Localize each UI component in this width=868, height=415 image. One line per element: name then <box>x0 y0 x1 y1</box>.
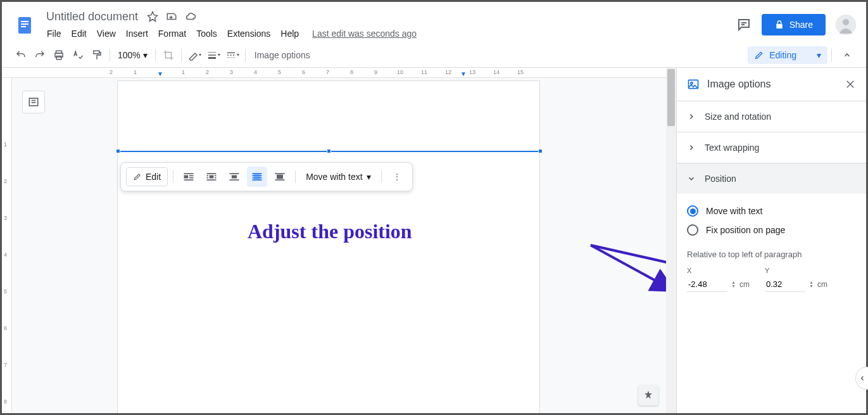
y-input[interactable] <box>765 277 805 292</box>
menu-format[interactable]: Format <box>154 26 191 41</box>
chevron-right-icon <box>687 143 696 152</box>
vertical-scrollbar[interactable] <box>666 68 676 413</box>
position-section[interactable]: Position <box>677 163 866 194</box>
inline-wrap-button[interactable] <box>179 167 199 187</box>
undo-button[interactable] <box>12 46 30 64</box>
resize-handle[interactable] <box>538 149 543 153</box>
resize-handle[interactable] <box>116 149 120 153</box>
svg-rect-29 <box>215 177 217 179</box>
cloud-icon[interactable] <box>185 11 196 22</box>
svg-rect-0 <box>18 17 31 34</box>
wrap-text-button[interactable] <box>201 167 222 187</box>
image-options-label[interactable]: Image options <box>249 50 315 60</box>
edit-image-button[interactable]: Edit <box>126 167 168 186</box>
print-button[interactable] <box>50 46 68 64</box>
menu-insert[interactable]: Insert <box>122 26 153 41</box>
svg-point-45 <box>691 82 693 84</box>
menu-view[interactable]: View <box>92 26 120 41</box>
svg-rect-22 <box>189 177 194 179</box>
position-option-dropdown[interactable]: Move with text ▾ <box>301 168 375 186</box>
document-title[interactable]: Untitled document <box>42 9 142 25</box>
toolbar: 100% ▾ ▾ ▾ ▾ Image options Editing ▾ <box>2 42 866 68</box>
indent-marker-icon[interactable]: ▼ <box>157 70 163 77</box>
crop-button[interactable] <box>160 46 177 64</box>
border-dash-button[interactable]: ▾ <box>223 46 241 64</box>
break-text-button[interactable] <box>224 167 244 187</box>
chevron-right-icon <box>687 112 696 121</box>
ruler-tick: 14 <box>493 69 500 75</box>
size-rotation-section[interactable]: Size and rotation <box>677 101 866 132</box>
move-with-text-label: Move with text <box>306 172 362 182</box>
account-avatar[interactable] <box>836 15 856 35</box>
paint-format-button[interactable] <box>88 46 106 64</box>
edit-label: Edit <box>146 172 161 182</box>
chevron-down-icon <box>687 174 696 183</box>
caret-down-icon: ▾ <box>367 172 371 182</box>
document-canvas[interactable]: 2 1 1 2 3 4 5 6 7 8 9 10 11 12 13 14 15 … <box>2 68 676 413</box>
close-icon[interactable] <box>845 79 856 90</box>
ruler-tick: 7 <box>326 69 329 75</box>
move-with-text-radio[interactable]: Move with text <box>687 201 856 220</box>
last-edit-link[interactable]: Last edit was seconds ago <box>312 29 417 39</box>
document-page[interactable]: Edit Move with text ▾ ⋮ <box>117 80 540 413</box>
border-weight-button[interactable]: ▾ <box>204 46 222 64</box>
x-stepper[interactable]: ▲▼ <box>731 281 736 288</box>
ruler-tick: 3 <box>4 215 7 221</box>
spellcheck-button[interactable] <box>69 46 87 64</box>
collapse-toolbar-button[interactable] <box>838 46 856 64</box>
fix-position-radio[interactable]: Fix position on page <box>687 220 856 239</box>
svg-rect-31 <box>230 173 239 174</box>
svg-line-43 <box>591 245 676 282</box>
ruler-tick: 4 <box>254 69 257 75</box>
radio-label: Fix position on page <box>706 225 785 235</box>
svg-rect-25 <box>210 176 214 179</box>
svg-rect-38 <box>253 179 262 181</box>
border-color-button[interactable]: ▾ <box>186 46 203 64</box>
editing-mode-dropdown[interactable]: Editing ▾ <box>748 46 827 64</box>
comments-icon[interactable] <box>736 17 752 32</box>
document-outline-button[interactable] <box>22 91 45 113</box>
caret-down-icon: ▾ <box>143 50 148 60</box>
x-input[interactable] <box>687 277 727 292</box>
zoom-dropdown[interactable]: 100% ▾ <box>114 48 151 63</box>
share-button[interactable]: Share <box>762 14 826 35</box>
front-text-button[interactable] <box>270 167 290 187</box>
menu-extensions[interactable]: Extensions <box>223 26 275 41</box>
star-icon[interactable] <box>147 11 158 22</box>
explore-button[interactable] <box>638 385 658 405</box>
behind-text-button[interactable] <box>247 167 267 187</box>
svg-rect-34 <box>253 173 262 174</box>
more-options-button[interactable]: ⋮ <box>387 167 407 187</box>
menu-help[interactable]: Help <box>276 26 303 41</box>
move-icon[interactable] <box>166 11 177 22</box>
app-header: Untitled document File Edit View Insert … <box>2 2 866 42</box>
svg-rect-36 <box>254 174 260 179</box>
editing-mode-label: Editing <box>769 50 796 60</box>
ruler-tick: 2 <box>110 69 113 75</box>
y-stepper[interactable]: ▲▼ <box>809 281 814 288</box>
horizontal-ruler[interactable]: 2 1 1 2 3 4 5 6 7 8 9 10 11 12 13 14 15 … <box>2 68 666 78</box>
image-selection[interactable] <box>118 151 541 152</box>
ruler-tick: 1 <box>4 141 7 148</box>
section-label: Position <box>705 174 736 184</box>
svg-rect-26 <box>207 176 209 177</box>
ruler-tick: 7 <box>4 362 7 368</box>
resize-handle[interactable] <box>327 149 331 153</box>
ruler-tick: 8 <box>350 69 353 75</box>
menu-edit[interactable]: Edit <box>67 26 91 41</box>
ruler-tick: 4 <box>4 252 7 258</box>
indent-marker-icon[interactable]: ▼ <box>460 70 467 77</box>
vertical-ruler[interactable]: 1 2 3 4 5 6 7 8 <box>2 78 12 413</box>
docs-logo[interactable] <box>12 12 37 37</box>
text-wrapping-section[interactable]: Text wrapping <box>677 132 866 163</box>
ruler-tick: 5 <box>4 288 7 295</box>
menu-tools[interactable]: Tools <box>192 26 222 41</box>
ruler-tick: 1 <box>182 69 185 75</box>
svg-rect-32 <box>232 176 237 179</box>
svg-rect-39 <box>275 173 285 174</box>
ruler-tick: 6 <box>302 69 305 75</box>
svg-rect-19 <box>184 173 194 174</box>
scrollbar-thumb[interactable] <box>667 69 675 126</box>
redo-button[interactable] <box>31 46 49 64</box>
menu-file[interactable]: File <box>42 26 66 41</box>
